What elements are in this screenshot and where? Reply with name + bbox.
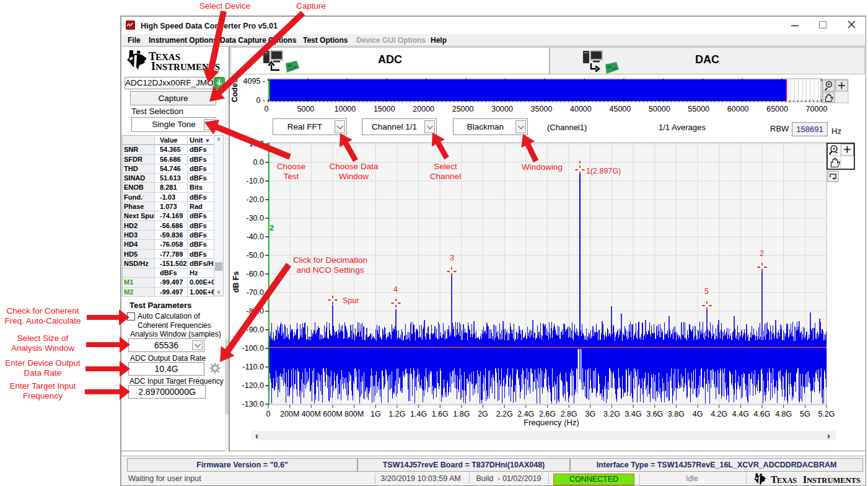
svg-text:-80.0: -80.0: [247, 307, 265, 316]
svg-text:-20.0: -20.0: [247, 195, 265, 204]
svg-text:600M: 600M: [323, 410, 342, 418]
svg-text:2G: 2G: [478, 410, 488, 418]
svg-text:200M: 200M: [280, 410, 299, 418]
svg-text:1.4G: 1.4G: [410, 410, 427, 418]
svg-text:15000: 15000: [374, 105, 395, 113]
svg-text:5000: 5000: [297, 105, 314, 113]
svg-text:4G: 4G: [693, 410, 703, 418]
svg-text:-40.0: -40.0: [247, 232, 265, 241]
svg-text:70000: 70000: [806, 105, 828, 113]
svg-text:NSTRUMENTS: NSTRUMENTS: [807, 476, 861, 485]
svg-text:2: 2: [270, 224, 274, 232]
svg-text:-130.0: -130.0: [242, 400, 264, 409]
svg-text:4.2G: 4.2G: [711, 410, 727, 418]
svg-text:35000: 35000: [531, 105, 553, 113]
svg-text:-30.0: -30.0: [247, 214, 265, 223]
svg-text:0 -: 0 -: [256, 96, 265, 105]
svg-text:-50.0: -50.0: [247, 251, 265, 260]
svg-text:5: 5: [704, 287, 709, 296]
svg-text:4.8G: 4.8G: [775, 410, 792, 418]
svg-text:4095 -: 4095 -: [243, 77, 265, 86]
svg-text:EXAS: EXAS: [156, 53, 180, 62]
svg-text:3.2G: 3.2G: [603, 410, 620, 418]
svg-text:Frequency (Hz): Frequency (Hz): [524, 418, 579, 427]
svg-text:5.2G: 5.2G: [818, 410, 835, 418]
svg-text:25000: 25000: [452, 105, 474, 113]
svg-text:30000: 30000: [491, 105, 513, 113]
svg-text:1.2G: 1.2G: [388, 410, 405, 418]
svg-text:800M: 800M: [344, 410, 364, 418]
svg-text:Codes: Codes: [230, 79, 239, 102]
svg-text:4.4G: 4.4G: [732, 410, 749, 418]
svg-text:3G: 3G: [585, 410, 595, 418]
svg-text:-60.0: -60.0: [247, 270, 265, 278]
svg-text:-100.0: -100.0: [242, 344, 264, 353]
svg-text:dB Fs: dB Fs: [232, 272, 240, 293]
svg-text:65000: 65000: [766, 105, 788, 113]
svg-text:›: ›: [827, 430, 830, 441]
svg-text:-90.0: -90.0: [247, 325, 265, 334]
svg-text:3.4G: 3.4G: [625, 410, 642, 418]
svg-text:1.6G: 1.6G: [432, 410, 449, 418]
svg-text:3.8G: 3.8G: [668, 410, 685, 418]
svg-text:2.2G: 2.2G: [496, 410, 513, 418]
svg-text:0: 0: [266, 410, 271, 418]
svg-text:5G: 5G: [800, 410, 810, 418]
svg-text:10000: 10000: [335, 105, 356, 113]
svg-text:400M: 400M: [302, 410, 321, 418]
svg-text:45000: 45000: [610, 105, 631, 113]
svg-text:60000: 60000: [727, 105, 749, 113]
svg-text:1.8G: 1.8G: [453, 410, 470, 418]
svg-text:20000: 20000: [413, 105, 434, 113]
svg-text:0: 0: [265, 105, 269, 113]
svg-text:40000: 40000: [570, 105, 592, 113]
svg-text:3.6G: 3.6G: [646, 410, 663, 418]
svg-text:55000: 55000: [688, 105, 709, 113]
svg-text:Spur: Spur: [343, 296, 359, 305]
svg-text:3: 3: [450, 254, 454, 262]
svg-text:2.6G: 2.6G: [539, 410, 556, 418]
svg-text:‹: ‹: [255, 430, 258, 441]
svg-text:I: I: [151, 60, 156, 73]
svg-text:2: 2: [760, 249, 764, 258]
svg-text:4: 4: [393, 285, 398, 294]
svg-text:-70.0: -70.0: [247, 288, 265, 297]
svg-text:10.0: 10.0: [249, 139, 264, 148]
svg-text:1G: 1G: [370, 410, 381, 418]
svg-text:4.6G: 4.6G: [753, 410, 770, 418]
svg-text:2.4G: 2.4G: [517, 410, 534, 418]
svg-text:1(2.897G): 1(2.897G): [586, 167, 621, 175]
svg-text:-120.0: -120.0: [242, 381, 264, 390]
svg-text:50000: 50000: [649, 105, 670, 113]
svg-text:-110.0: -110.0: [242, 363, 264, 371]
svg-text:NSTRUMENTS: NSTRUMENTS: [156, 63, 220, 72]
svg-text:2.8G: 2.8G: [561, 410, 577, 418]
svg-text:EXAS: EXAS: [777, 476, 797, 485]
